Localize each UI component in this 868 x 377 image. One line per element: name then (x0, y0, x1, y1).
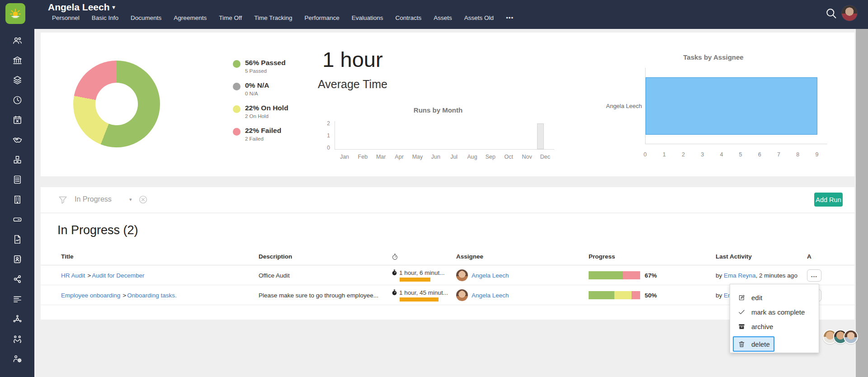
people-group-icon[interactable] (12, 35, 23, 46)
legend-dot-passed (233, 60, 241, 68)
row-actions-context-menu: edit mark as complete archive delete (730, 284, 819, 353)
document-chart-icon[interactable] (12, 234, 23, 245)
table-row: HR Audit > Audit for December Office Aud… (41, 265, 854, 285)
runs-ytick-0: 0 (320, 145, 330, 151)
nav-more[interactable]: ••• (506, 14, 514, 21)
runs-month-labels: JanFeb MarApr MayJun JulAug SepOct NovDe… (335, 154, 554, 160)
run-assignee-cell: Angela Leech (456, 285, 509, 305)
drive-icon[interactable] (12, 214, 23, 225)
archive-icon (738, 323, 745, 330)
legend-dot-failed (233, 128, 241, 136)
run-title-cell: Employee onboarding > Onboarding tasks. (61, 285, 177, 305)
stopwatch-icon (392, 269, 397, 276)
presence-avatar-3[interactable] (844, 330, 858, 344)
tasks-x-axis (645, 144, 827, 144)
progress-bar (589, 291, 640, 299)
top-navigation: Personnel Basic Info Documents Agreement… (52, 14, 514, 21)
contact-card-icon[interactable] (12, 254, 23, 264)
menu-item-archive[interactable]: archive (730, 319, 820, 334)
app-logo[interactable] (5, 3, 25, 24)
bank-icon[interactable] (12, 55, 23, 66)
run-progress-cell: 50% (589, 285, 657, 305)
check-icon (738, 308, 745, 316)
molecule-icon[interactable] (12, 314, 23, 324)
run-description: Please make sure to go through employee.… (259, 285, 378, 305)
edit-icon (738, 294, 745, 302)
runs-ytick-2: 2 (320, 120, 330, 127)
clock-icon[interactable] (12, 95, 23, 105)
col-last-activity: Last Activity (716, 253, 752, 260)
share-icon[interactable] (12, 274, 23, 284)
assignee-avatar (456, 269, 468, 281)
run-assignee-cell: Angela Leech (456, 265, 509, 285)
building-icon[interactable] (12, 194, 23, 205)
nav-assets[interactable]: Assets (434, 14, 452, 21)
nav-agreements[interactable]: Agreements (174, 14, 207, 21)
time-progress-bar (400, 297, 439, 302)
nav-assets-old[interactable]: Assets Old (464, 14, 494, 21)
table-header: Title Description Assignee Progress Last… (41, 251, 854, 265)
runs-bar-dec (537, 123, 544, 149)
nav-evaluations[interactable]: Evaluations (352, 14, 383, 21)
run-link[interactable]: Audit for December (92, 272, 144, 279)
user-avatar[interactable] (841, 5, 858, 21)
nav-time-tracking[interactable]: Time Tracking (254, 14, 292, 21)
calendar-x-icon[interactable] (12, 115, 23, 125)
last-activity-user-link[interactable]: Ema Reyna (724, 272, 756, 279)
filter-funnel-icon[interactable] (58, 195, 68, 205)
assignee-link[interactable]: Angela Leech (472, 272, 509, 279)
row-actions-button[interactable]: ... (807, 269, 821, 282)
average-time-label: Average Time (285, 78, 420, 91)
run-description: Office Audit (259, 265, 290, 285)
menu-item-mark-complete[interactable]: mark as complete (730, 305, 820, 319)
section-heading: In Progress (2) (57, 223, 138, 237)
cubes-icon[interactable] (12, 155, 23, 165)
layers-icon[interactable] (12, 75, 23, 85)
nav-contracts[interactable]: Contracts (396, 14, 422, 21)
trash-icon (738, 340, 745, 348)
people-gear-icon[interactable] (12, 353, 23, 364)
run-parent-link[interactable]: Employee onboarding (61, 292, 120, 299)
runs-y-axis (335, 121, 335, 149)
average-time-value: 1 hour (285, 47, 420, 72)
assignee-link[interactable]: Angela Leech (472, 292, 509, 299)
time-progress-bar (400, 278, 430, 282)
legend-failed: 22% Failed 2 Failed (233, 127, 281, 141)
legend-on-hold: 22% On Hold 2 On Hold (233, 104, 288, 119)
filter-clear-icon[interactable] (138, 195, 148, 204)
add-run-button[interactable]: Add Run (814, 193, 843, 207)
col-assignee: Assignee (456, 253, 483, 260)
nav-basic-info[interactable]: Basic Info (92, 14, 118, 21)
col-progress: Progress (589, 253, 615, 260)
page-title[interactable]: Angela Leech▾ (48, 2, 115, 13)
nav-time-off[interactable]: Time Off (219, 14, 242, 21)
checklist-icon[interactable] (12, 174, 23, 185)
page-scrollbar[interactable] (856, 29, 868, 377)
legend-passed: 56% Passed 5 Passed (233, 59, 286, 74)
filter-caret-icon[interactable]: ▾ (129, 197, 132, 203)
nav-performance[interactable]: Performance (304, 14, 339, 21)
filter-status-dropdown[interactable]: In Progress (75, 195, 112, 203)
dashboard-panel: 56% Passed 5 Passed 0% N/A 0 N/A 22% On … (41, 33, 854, 176)
run-link[interactable]: Onboarding tasks. (127, 292, 177, 299)
search-icon[interactable] (825, 7, 837, 19)
handshake-icon[interactable] (12, 135, 23, 145)
align-lines-icon[interactable] (12, 294, 23, 304)
tasks-assignee-label: Angela Leech (595, 103, 642, 109)
legend-dot-na (233, 83, 241, 90)
people-pair-icon[interactable] (12, 334, 23, 344)
tasks-bar-angela-leech (646, 77, 817, 135)
left-sidebar (0, 0, 34, 377)
run-progress-cell: 67% (589, 265, 657, 285)
nav-personnel[interactable]: Personnel (52, 14, 80, 21)
run-parent-link[interactable]: HR Audit (61, 272, 85, 279)
run-title-cell: HR Audit > Audit for December (61, 265, 144, 285)
tasks-xtick-labels: 01 23 45 67 89 (641, 151, 821, 158)
menu-item-edit[interactable]: edit (730, 290, 820, 305)
col-actions: A (807, 253, 811, 260)
top-header: Angela Leech▾ Personnel Basic Info Docum… (0, 0, 868, 29)
menu-item-delete[interactable]: delete (733, 336, 774, 352)
title-caret-icon: ▾ (113, 4, 115, 10)
runs-x-axis (335, 149, 554, 150)
nav-documents[interactable]: Documents (131, 14, 161, 21)
